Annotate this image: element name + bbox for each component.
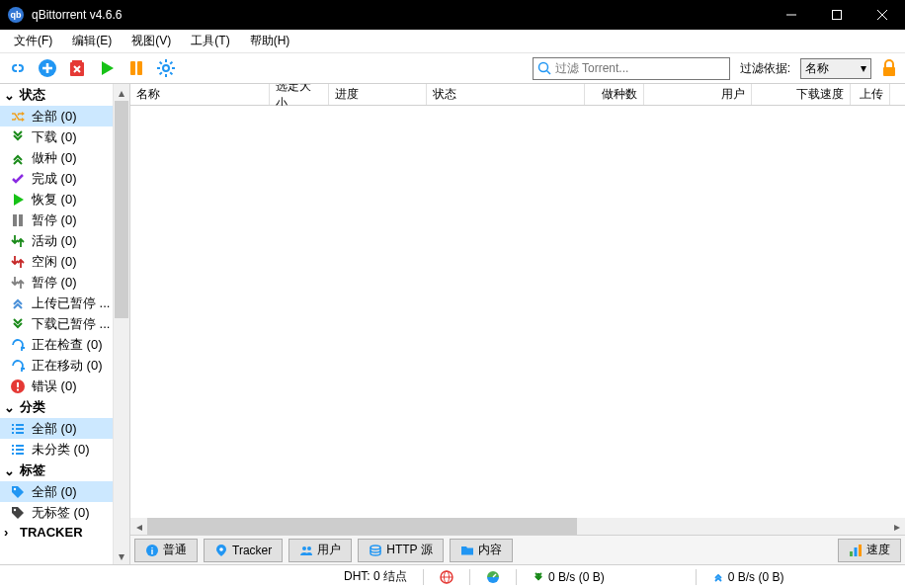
chevron-down-icon: ⌄ bbox=[4, 463, 16, 478]
tab-general[interactable]: i普通 bbox=[134, 539, 198, 562]
column-header[interactable]: 用户 bbox=[644, 84, 752, 105]
svg-point-39 bbox=[14, 508, 16, 510]
svg-point-38 bbox=[14, 487, 16, 489]
list-icon bbox=[10, 442, 26, 458]
svg-line-19 bbox=[546, 71, 550, 75]
column-header[interactable]: 选定大小 bbox=[270, 84, 329, 105]
status-firewall-icon[interactable] bbox=[440, 570, 453, 584]
tag-icon bbox=[10, 484, 26, 500]
sidebar-scrollbar[interactable]: ▴ ▾ bbox=[113, 84, 129, 564]
section-tags[interactable]: ⌄标签 bbox=[0, 460, 113, 481]
tab-content[interactable]: 内容 bbox=[450, 539, 513, 562]
svg-rect-1 bbox=[833, 11, 842, 20]
column-header[interactable]: 下载速度 bbox=[752, 84, 851, 105]
menu-edit[interactable]: 编辑(E) bbox=[62, 30, 122, 52]
check-icon bbox=[10, 171, 26, 187]
category-item[interactable]: 未分类 (0) bbox=[0, 439, 113, 460]
search-input[interactable] bbox=[555, 61, 725, 75]
menu-tools[interactable]: 工具(T) bbox=[181, 30, 239, 52]
tab-peers[interactable]: 用户 bbox=[288, 539, 352, 562]
svg-rect-22 bbox=[19, 214, 23, 226]
status-item[interactable]: 下载 (0) bbox=[0, 126, 113, 147]
section-status[interactable]: ⌄状态 bbox=[0, 84, 113, 106]
combo-value: 名称 bbox=[805, 60, 829, 77]
pause-button[interactable] bbox=[124, 56, 148, 80]
status-alt-speed-icon[interactable] bbox=[486, 570, 500, 584]
list-icon bbox=[10, 421, 26, 437]
menu-file[interactable]: 文件(F) bbox=[4, 30, 62, 52]
svg-point-44 bbox=[307, 546, 311, 550]
status-item[interactable]: 恢复 (0) bbox=[0, 189, 113, 210]
status-download[interactable]: 0 B/s (0 B) bbox=[533, 570, 605, 584]
chevron-down-icon: ⌄ bbox=[4, 400, 16, 415]
tag-item[interactable]: 无标签 (0) bbox=[0, 502, 113, 523]
tag-item[interactable]: 全部 (0) bbox=[0, 481, 113, 502]
column-header[interactable]: 上传 bbox=[851, 84, 890, 105]
maximize-button[interactable] bbox=[814, 0, 860, 30]
column-header[interactable]: 做种数 bbox=[585, 84, 644, 105]
menu-help[interactable]: 帮助(H) bbox=[240, 30, 300, 52]
status-item[interactable]: 暂停 (0) bbox=[0, 272, 113, 293]
svg-rect-8 bbox=[137, 61, 142, 75]
svg-rect-6 bbox=[72, 60, 82, 62]
resume-button[interactable] bbox=[95, 56, 119, 80]
transfer-icon bbox=[10, 275, 26, 291]
svg-rect-46 bbox=[850, 551, 853, 556]
tab-speed[interactable]: 速度 bbox=[838, 539, 901, 562]
settings-button[interactable] bbox=[154, 56, 178, 80]
delete-button[interactable] bbox=[65, 56, 89, 80]
filter-by-combo[interactable]: 名称 ▾ bbox=[800, 58, 871, 79]
add-torrent-button[interactable] bbox=[36, 56, 59, 80]
section-tracker[interactable]: ›TRACKER bbox=[0, 523, 113, 542]
play-icon bbox=[10, 192, 26, 208]
svg-rect-24 bbox=[17, 382, 19, 387]
column-header[interactable]: 进度 bbox=[329, 84, 427, 105]
minimize-button[interactable] bbox=[769, 0, 814, 30]
status-item[interactable]: 下载已暂停 ... bbox=[0, 313, 113, 334]
svg-line-15 bbox=[170, 72, 172, 74]
filter-searchbox[interactable] bbox=[533, 57, 730, 80]
lock-icon[interactable] bbox=[879, 58, 899, 78]
svg-point-42 bbox=[219, 547, 223, 551]
svg-line-16 bbox=[160, 72, 162, 74]
statusbar: DHT: 0 结点 0 B/s (0 B) 0 B/s (0 B) bbox=[0, 564, 905, 588]
svg-rect-48 bbox=[859, 545, 862, 556]
app-logo-icon: qb bbox=[8, 7, 24, 23]
status-item[interactable]: 暂停 (0) bbox=[0, 210, 113, 230]
column-header[interactable]: 名称 bbox=[130, 84, 270, 105]
tag-icon bbox=[10, 505, 26, 521]
svg-point-43 bbox=[302, 546, 306, 550]
refresh-icon bbox=[10, 337, 26, 353]
status-item[interactable]: 正在检查 (0) bbox=[0, 334, 113, 355]
pause-icon bbox=[10, 212, 26, 228]
svg-rect-7 bbox=[130, 61, 135, 75]
status-item[interactable]: 错误 (0) bbox=[0, 376, 113, 396]
column-header[interactable]: 状态 bbox=[427, 84, 585, 105]
menu-view[interactable]: 视图(V) bbox=[122, 30, 181, 52]
horizontal-scrollbar[interactable]: ◂ ▸ bbox=[130, 518, 905, 535]
status-item[interactable]: 活动 (0) bbox=[0, 230, 113, 251]
svg-rect-20 bbox=[883, 67, 895, 76]
close-button[interactable] bbox=[860, 0, 905, 30]
tab-http[interactable]: HTTP 源 bbox=[358, 539, 443, 562]
download-icon bbox=[10, 129, 26, 145]
category-item[interactable]: 全部 (0) bbox=[0, 418, 113, 439]
error-icon bbox=[10, 378, 26, 394]
status-item[interactable]: 全部 (0) bbox=[0, 106, 113, 126]
chevron-right-icon: › bbox=[4, 525, 16, 540]
svg-point-18 bbox=[538, 63, 547, 72]
filter-by-label: 过滤依据: bbox=[740, 60, 790, 77]
refresh-icon bbox=[10, 358, 26, 374]
status-item[interactable]: 做种 (0) bbox=[0, 147, 113, 168]
status-item[interactable]: 空闲 (0) bbox=[0, 251, 113, 272]
window-title: qBittorrent v4.6.6 bbox=[32, 8, 769, 22]
status-upload[interactable]: 0 B/s (0 B) bbox=[712, 570, 784, 584]
status-item[interactable]: 正在移动 (0) bbox=[0, 355, 113, 376]
add-link-button[interactable] bbox=[6, 56, 30, 80]
tab-tracker[interactable]: Tracker bbox=[204, 539, 283, 562]
section-category[interactable]: ⌄分类 bbox=[0, 396, 113, 418]
status-item[interactable]: 完成 (0) bbox=[0, 168, 113, 189]
status-item[interactable]: 上传已暂停 ... bbox=[0, 293, 113, 313]
titlebar: qb qBittorrent v4.6.6 bbox=[0, 0, 905, 30]
table-header: 名称选定大小进度状态做种数用户下载速度上传 bbox=[130, 84, 905, 106]
